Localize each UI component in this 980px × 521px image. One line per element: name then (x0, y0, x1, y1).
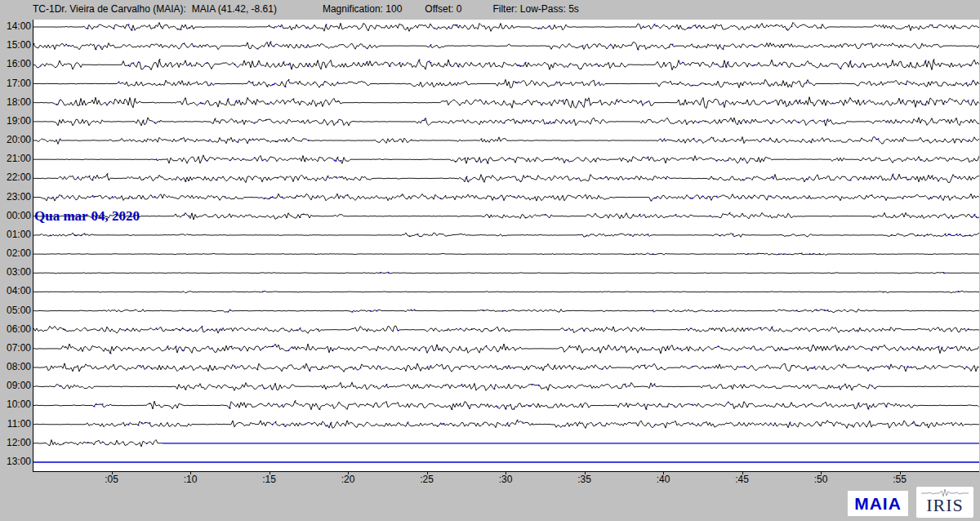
trace-blue-sample (262, 348, 263, 349)
trace-blue-sample (669, 47, 670, 47)
trace-blue-sample (808, 198, 808, 198)
trace-blue-sample (876, 139, 877, 140)
trace-blue-sample (337, 122, 338, 122)
trace-blue-sample (690, 328, 691, 329)
trace-blue-sample (118, 82, 119, 82)
trace-06:00 (33, 326, 979, 333)
trace-blue-sample (760, 348, 761, 349)
trace-blue-sample (690, 198, 691, 198)
trace-blue-sample (337, 157, 338, 158)
trace-blue-sample (520, 65, 521, 66)
trace-blue-sample (331, 422, 332, 423)
trace-blue-sample (523, 405, 524, 406)
trace-blue-sample (497, 351, 498, 352)
trace-blue-sample (525, 62, 526, 63)
iris-logo: IRIS (916, 487, 973, 518)
trace-blue-sample (102, 403, 103, 404)
trace-blue-sample (778, 254, 779, 255)
trace-blue-sample (569, 345, 570, 346)
trace-blue-sample (78, 176, 78, 177)
trace-blue-sample (68, 46, 69, 47)
trace-blue-sample (546, 122, 547, 123)
trace-blue-sample (646, 408, 647, 409)
time-label-00:00: 00:00 (0, 211, 31, 221)
trace-blue-sample (705, 83, 706, 84)
trace-blue-sample (904, 367, 905, 367)
trace-blue-sample (89, 176, 90, 176)
trace-blue-sample (517, 65, 518, 65)
trace-blue-sample (491, 215, 492, 216)
trace-blue-sample (79, 105, 80, 105)
trace-blue-sample (238, 141, 238, 142)
trace-blue-sample (509, 158, 510, 158)
trace-blue-sample (808, 347, 808, 348)
trace-blue-sample (960, 234, 960, 234)
trace-blue-sample (257, 369, 258, 370)
trace-blue-sample (506, 366, 506, 367)
seismogram-plot-area[interactable] (33, 20, 979, 472)
trace-blue-sample (907, 366, 908, 367)
trace-blue-sample (871, 385, 872, 386)
trace-blue-sample (443, 423, 444, 424)
trace-blue-sample (943, 104, 944, 105)
trace-blue-sample (131, 197, 132, 198)
trace-blue-sample (814, 366, 815, 367)
trace-blue-sample (360, 367, 361, 368)
trace-blue-sample (109, 198, 109, 198)
trace-blue-sample (274, 46, 274, 47)
trace-blue-sample (677, 83, 678, 84)
trace-blue-sample (514, 367, 514, 368)
trace-blue-sample (710, 196, 710, 197)
trace-blue-sample (300, 327, 301, 328)
maia-station-badge: MAIA (848, 491, 908, 516)
trace-blue-sample (60, 139, 60, 140)
trace-blue-sample (728, 160, 728, 161)
trace-blue-sample (522, 421, 523, 422)
trace-blue-sample (99, 330, 100, 331)
trace-blue-sample (216, 180, 217, 180)
trace-blue-sample (751, 348, 751, 349)
trace-blue-sample (576, 179, 577, 180)
trace-blue-sample (801, 64, 802, 65)
trace-blue-sample (319, 409, 320, 410)
trace-blue-sample (189, 27, 189, 28)
trace-blue-sample (267, 86, 268, 87)
trace-blue-sample (733, 121, 733, 122)
trace-blue-sample (742, 85, 743, 86)
trace-blue-sample (723, 102, 724, 103)
trace-blue-sample (81, 367, 82, 367)
trace-blue-sample (414, 309, 415, 310)
trace-blue-sample (167, 345, 168, 346)
trace-blue-sample (964, 235, 965, 236)
trace-blue-sample (754, 46, 755, 47)
trace-blue-sample (937, 27, 938, 28)
trace-blue-sample (336, 176, 336, 177)
trace-blue-sample (154, 27, 155, 28)
trace-blue-sample (525, 217, 526, 218)
trace-blue-sample (257, 64, 258, 65)
trace-blue-sample (202, 103, 203, 104)
trace-blue-sample (252, 82, 253, 82)
minute-tick-label-:55: :55 (884, 474, 916, 485)
trace-blue-sample (61, 195, 62, 196)
trace-blue-sample (768, 85, 769, 86)
trace-blue-sample (646, 102, 647, 103)
trace-blue-sample (770, 423, 771, 424)
trace-blue-sample (417, 234, 418, 234)
trace-blue-sample (969, 65, 970, 65)
trace-blue-sample (205, 158, 206, 159)
trace-blue-sample (687, 28, 688, 29)
trace-blue-sample (633, 214, 634, 215)
trace-blue-sample (555, 365, 555, 366)
trace-blue-sample (517, 82, 518, 83)
trace-blue-sample (809, 253, 810, 254)
trace-blue-sample (324, 81, 325, 82)
trace-blue-sample (197, 177, 198, 178)
trace-blue-sample (184, 215, 185, 216)
trace-blue-sample (234, 366, 235, 367)
trace-blue-sample (628, 179, 629, 180)
trace-blue-sample (455, 161, 456, 162)
time-label-19:00: 19:00 (0, 116, 31, 127)
trace-blue-sample (207, 62, 207, 63)
trace-blue-sample (429, 60, 430, 61)
